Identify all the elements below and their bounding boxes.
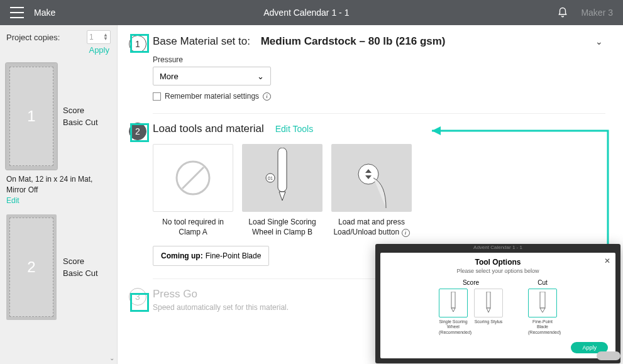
resize-handle bbox=[597, 351, 620, 360]
scoring-wheel-icon: 01 bbox=[242, 144, 323, 212]
step-2-badge: 2 bbox=[129, 123, 146, 140]
chevron-down-icon: ⌄ bbox=[257, 72, 264, 81]
top-bar: Make Advent Calendar 1 - 1 Maker 3 bbox=[0, 0, 623, 25]
edit-tools-link[interactable]: Edit Tools bbox=[275, 124, 313, 134]
svg-text:01: 01 bbox=[268, 176, 273, 180]
pressure-select[interactable]: More ⌄ bbox=[153, 67, 271, 85]
mat-card-2[interactable]: 2 Score Basic Cut bbox=[0, 211, 117, 325]
menu-icon[interactable] bbox=[10, 7, 24, 18]
tool-options-backdrop: Advent Calendar 1 - 1 ✕ Tool Options Ple… bbox=[375, 244, 620, 363]
step1-material: Medium Cardstock – 80 lb (216 gsm) bbox=[261, 35, 446, 48]
step1-prefix: Base Material set to: bbox=[153, 35, 250, 48]
popup-bg-title: Advent Calendar 1 - 1 bbox=[375, 244, 620, 253]
svg-rect-2 bbox=[278, 148, 287, 192]
info-icon[interactable]: i bbox=[402, 229, 410, 237]
copies-label: Project copies: bbox=[6, 33, 60, 42]
remember-checkbox[interactable] bbox=[153, 92, 161, 101]
make-label: Make bbox=[34, 8, 55, 18]
tool-card-clampA: No tool required in Clamp A bbox=[153, 144, 233, 237]
score-heading: Score bbox=[439, 279, 503, 286]
tool-card-loadmat: Load mat and press Load/Unload button i bbox=[331, 144, 412, 237]
mat-1-line1: Score bbox=[63, 104, 98, 117]
step2-title: Load tools and material bbox=[153, 123, 264, 135]
step-3-badge: 3 bbox=[129, 288, 146, 306]
tool-card-clampB: 01 Load Single Scoring Wheel in Clamp B bbox=[242, 144, 323, 237]
apply-copies[interactable]: Apply bbox=[0, 44, 117, 60]
no-tool-icon bbox=[153, 144, 233, 212]
mat-card-1[interactable]: 1 Score Basic Cut bbox=[0, 60, 117, 174]
step3-title: Press Go bbox=[153, 288, 197, 301]
svg-line-1 bbox=[182, 167, 204, 189]
mat-1-info: On Mat, 12 in x 24 in Mat, Mirror Off bbox=[6, 174, 111, 196]
cut-heading: Cut bbox=[528, 279, 557, 286]
device-label: Maker 3 bbox=[581, 8, 613, 18]
opt-scoring-stylus[interactable]: Scoring Stylus bbox=[474, 289, 503, 335]
sidebar: Project copies: 1 ▲▼ Apply 1 Score Basic… bbox=[0, 25, 118, 364]
mat-preview-2: 2 bbox=[6, 214, 57, 320]
popup-sub: Please select your options below bbox=[389, 268, 607, 274]
step-1-badge: 1 bbox=[129, 35, 146, 53]
svg-rect-6 bbox=[451, 292, 455, 308]
copies-stepper[interactable]: 1 ▲▼ bbox=[87, 30, 111, 44]
coming-up: Coming up:Fine-Point Blade bbox=[153, 246, 269, 266]
popup-title: Tool Options bbox=[389, 258, 607, 267]
divider bbox=[153, 113, 605, 114]
opt-single-scoring-wheel[interactable]: Single Scoring Wheel (Recommended) bbox=[439, 289, 468, 335]
bell-icon[interactable] bbox=[557, 7, 568, 18]
mat-preview-1: 1 bbox=[6, 63, 57, 169]
close-icon[interactable]: ✕ bbox=[604, 256, 610, 265]
page-title: Advent Calendar 1 - 1 bbox=[55, 8, 557, 18]
mat-1-edit[interactable]: Edit bbox=[6, 196, 111, 206]
mat-1-line2: Basic Cut bbox=[63, 116, 98, 129]
opt-fine-point-blade[interactable]: Fine-Point Blade (Recommended) bbox=[528, 289, 557, 335]
remember-label: Remember material settings bbox=[165, 92, 259, 101]
mat-2-line2: Basic Cut bbox=[63, 267, 98, 280]
pressure-label: Pressure bbox=[153, 55, 605, 64]
load-button-icon bbox=[331, 144, 412, 212]
svg-rect-7 bbox=[487, 292, 490, 308]
svg-rect-8 bbox=[540, 292, 545, 308]
chevron-down-icon[interactable]: ⌄ bbox=[595, 36, 605, 47]
tool-options-dialog: ✕ Tool Options Please select your option… bbox=[380, 253, 615, 358]
mat-2-line1: Score bbox=[63, 255, 98, 268]
info-icon[interactable]: i bbox=[263, 92, 271, 101]
chevron-down-icon[interactable]: ⌄ bbox=[109, 355, 114, 361]
